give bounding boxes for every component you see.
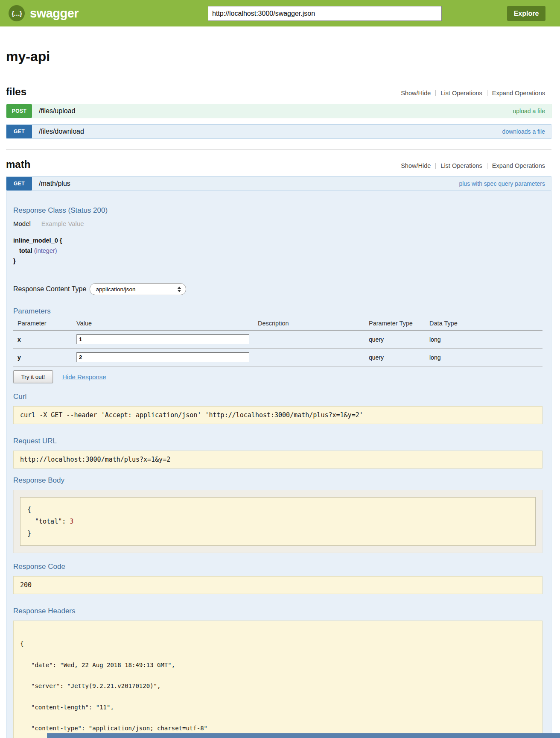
parameters-title: Parameters <box>13 307 542 316</box>
explore-button[interactable]: Explore <box>507 6 545 21</box>
selected-content-type: application/json <box>96 286 135 293</box>
operation-summary[interactable]: plus with spec query parameters <box>459 180 545 187</box>
operation-path[interactable]: /files/upload <box>39 107 75 115</box>
tab-model[interactable]: Model <box>13 220 31 227</box>
operation-summary[interactable]: downloads a file <box>502 128 545 135</box>
files-section-controls: Show/Hide List Operations Expand Operati… <box>401 90 545 97</box>
method-badge-get: GET <box>6 177 32 190</box>
col-description: Description <box>258 320 369 327</box>
app-header: {…} swagger Explore <box>0 0 560 26</box>
divider <box>435 163 436 169</box>
math-section-title: math <box>6 158 30 170</box>
operation-summary[interactable]: upload a file <box>513 108 545 114</box>
json-close-brace: } <box>27 527 528 539</box>
model-signature: inline_model_0 { total (integer) } <box>13 235 542 266</box>
logo-glyph: {…} <box>12 10 22 17</box>
operation-path[interactable]: /math/plus <box>39 180 70 187</box>
col-value: Value <box>76 320 258 327</box>
response-body-json: { "total": 3 } <box>20 497 536 546</box>
parameters-table: Parameter Value Description Parameter Ty… <box>13 319 542 366</box>
json-total-line: "total": 3 <box>27 515 528 527</box>
response-headers-title: Response Headers <box>13 607 542 615</box>
brand-title: swagger <box>30 6 79 20</box>
parameter-row-x: x query long <box>13 331 542 348</box>
col-parameter-type: Parameter Type <box>369 320 429 327</box>
parameter-data-type: long <box>429 354 542 361</box>
response-code-value: 200 <box>13 576 542 594</box>
tab-example-value[interactable]: Example Value <box>41 220 84 227</box>
headers-line: { <box>20 640 536 647</box>
response-content-type-row: Response Content Type application/json <box>13 283 542 295</box>
divider <box>487 163 487 169</box>
show-hide-link[interactable]: Show/Hide <box>401 90 431 97</box>
response-body-title: Response Body <box>13 476 542 485</box>
headers-line: "content-type": "application/json; chars… <box>20 725 536 732</box>
files-section-title: files <box>6 86 26 98</box>
property-name: total <box>19 247 32 254</box>
model-tabs: Model Example Value <box>13 219 542 228</box>
spec-url-input[interactable] <box>208 6 442 21</box>
request-url-title: Request URL <box>13 437 542 445</box>
json-open-brace: { <box>27 504 528 515</box>
request-url-value: http://localhost:3000/math/plus?x=1&y=2 <box>13 451 542 469</box>
response-code-title: Response Code <box>13 562 542 571</box>
response-content-type-select[interactable]: application/json <box>90 283 186 295</box>
json-value: 3 <box>70 518 73 525</box>
show-hide-link[interactable]: Show/Hide <box>401 162 431 169</box>
curl-command: curl -X GET --header 'Accept: applicatio… <box>13 406 542 424</box>
method-badge-get: GET <box>6 125 32 138</box>
parameter-name: x <box>18 336 76 343</box>
divider <box>487 90 487 96</box>
headers-line: "content-length": "11", <box>20 704 536 711</box>
divider <box>435 90 436 96</box>
response-class-title: Response Class (Status 200) <box>13 206 542 215</box>
operation-row-files-upload[interactable]: POST /files/upload upload a file <box>6 104 551 118</box>
headers-line: "date": "Wed, 22 Aug 2018 18:49:13 GMT", <box>20 662 536 669</box>
property-type: (integer) <box>34 247 57 254</box>
operation-row-files-download[interactable]: GET /files/download downloads a file <box>6 124 551 139</box>
swagger-logo-icon: {…} <box>9 5 25 21</box>
method-badge-post: POST <box>6 104 32 118</box>
curl-title: Curl <box>13 392 542 401</box>
parameter-data-type: long <box>429 336 542 343</box>
model-property: total (integer) <box>13 246 542 256</box>
parameter-type: query <box>369 354 429 361</box>
files-section-header: files Show/Hide List Operations Expand O… <box>6 86 545 98</box>
expand-operations-link[interactable]: Expand Operations <box>492 90 545 97</box>
math-section-controls: Show/Hide List Operations Expand Operati… <box>401 162 545 169</box>
try-row: Try it out! Hide Response <box>13 370 542 383</box>
parameter-type: query <box>369 336 429 343</box>
json-key: "total": <box>35 518 66 525</box>
try-it-out-button[interactable]: Try it out! <box>13 370 53 383</box>
hide-response-link[interactable]: Hide Response <box>62 373 106 381</box>
operation-detail-panel: Response Class (Status 200) Model Exampl… <box>6 191 551 738</box>
operation-path[interactable]: /files/download <box>39 128 84 135</box>
parameter-name: y <box>18 354 76 361</box>
model-open: inline_model_0 { <box>13 235 542 246</box>
section-divider <box>6 149 551 150</box>
parameter-x-input[interactable] <box>76 334 249 344</box>
divider <box>36 219 36 228</box>
list-operations-link[interactable]: List Operations <box>440 162 482 169</box>
math-section-header: math Show/Hide List Operations Expand Op… <box>6 158 545 170</box>
col-parameter: Parameter <box>18 320 76 327</box>
footer-bar <box>47 733 560 738</box>
parameters-table-header: Parameter Value Description Parameter Ty… <box>13 319 542 331</box>
response-content-type-label: Response Content Type <box>13 285 86 293</box>
operation-row-math-plus-get[interactable]: GET /math/plus plus with spec query para… <box>6 176 551 191</box>
parameter-row-y: y query long <box>13 348 542 366</box>
page-title: my-api <box>6 49 560 64</box>
model-close: } <box>13 256 542 266</box>
col-data-type: Data Type <box>429 320 542 327</box>
headers-line: "server": "Jetty(9.2.21.v20170120)", <box>20 682 536 690</box>
expand-operations-link[interactable]: Expand Operations <box>492 162 545 169</box>
response-body-wrapper: { "total": 3 } <box>13 490 542 553</box>
select-arrows-icon <box>178 287 181 292</box>
response-headers-json: { "date": "Wed, 22 Aug 2018 18:49:13 GMT… <box>13 621 542 738</box>
parameter-y-input[interactable] <box>76 352 249 362</box>
list-operations-link[interactable]: List Operations <box>440 90 482 97</box>
